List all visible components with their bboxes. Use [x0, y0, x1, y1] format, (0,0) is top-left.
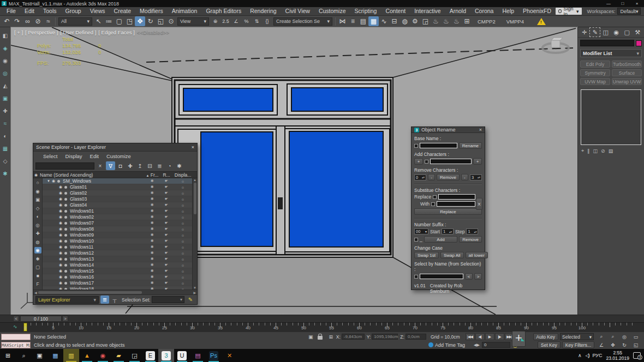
tab-hierarchy[interactable]: ◫	[601, 28, 611, 37]
previous-key-button[interactable]: <	[13, 316, 19, 322]
maxscript-listener-label[interactable]: MAXScript Mi	[1, 342, 31, 348]
material-editor-icon[interactable]: ◍	[399, 16, 410, 26]
grids-icon[interactable]: ▦	[2, 144, 9, 152]
display-toggle-icon[interactable]: ☼	[174, 227, 192, 231]
zoom-extents-icon[interactable]: ◎	[619, 333, 630, 340]
start-button[interactable]: ⊞	[0, 349, 16, 362]
spinner-snap-icon[interactable]: ⇅	[252, 16, 262, 26]
freeze-toggle-icon[interactable]: ✱	[145, 215, 159, 219]
filter-groups-icon[interactable]: ▢	[34, 264, 41, 270]
undo-icon[interactable]: ↶	[2, 16, 12, 26]
modifier-button[interactable]: Surface	[612, 69, 642, 76]
remove-last-spinner[interactable]: 3▴▾	[470, 174, 482, 180]
go-to-start-icon[interactable]: |◀◀	[466, 333, 475, 340]
object-row[interactable]: ▼ ◉ Windows02 ✱ ☛ ☼	[43, 214, 192, 220]
freeze-filter-icon[interactable]: ✱	[175, 161, 184, 170]
freeze-toggle-icon[interactable]: ✱	[145, 197, 159, 201]
key-selection-dropdown[interactable]: Selected ▾	[560, 333, 594, 340]
select-and-place-icon[interactable]: ⊙	[166, 16, 176, 26]
selection-filter-dropdown[interactable]: All ▾	[58, 17, 92, 26]
menu-item[interactable]: Group	[61, 7, 86, 15]
render-toggle-icon[interactable]: ☛	[159, 257, 174, 261]
play-icon[interactable]: ▶	[485, 333, 494, 340]
clock[interactable]: 2:55 23.01.2019	[606, 350, 629, 361]
visibility-eye-icon[interactable]: ◉	[59, 215, 64, 219]
expand-caret-icon[interactable]: ▼	[47, 179, 52, 183]
add-to-layer-icon[interactable]: ↥	[135, 161, 145, 170]
next-frame-icon[interactable]: |▶	[495, 333, 504, 340]
rename-button[interactable]: Rename	[459, 142, 482, 149]
freeze-toggle-icon[interactable]: ✱	[145, 179, 159, 183]
app-dark-square[interactable]: ◲	[127, 349, 142, 362]
menu-item[interactable]: Views	[86, 7, 110, 15]
schematic-view-icon[interactable]: ⊟	[389, 16, 399, 26]
edit-selection-set-icon[interactable]: ✎	[186, 295, 195, 304]
underscore-checkbox[interactable]	[414, 238, 418, 242]
swap-first-button[interactable]: Swap 1st	[414, 252, 439, 258]
search-input[interactable]	[35, 162, 94, 170]
delete-layer-icon[interactable]: ⊟	[145, 161, 154, 170]
visibility-eye-icon[interactable]: ◉	[59, 281, 64, 285]
menu-item[interactable]: PhoenixFD	[518, 7, 556, 15]
notification-center-icon[interactable]: 3	[633, 352, 641, 359]
filter-geometry-icon[interactable]: ▣	[34, 196, 41, 203]
time-slider[interactable]: 0 / 100	[20, 316, 62, 322]
isolate-selection-icon[interactable]: ▣	[307, 333, 315, 340]
space-warps-icon[interactable]: ≈	[2, 119, 9, 127]
filter-shapes-icon[interactable]: ◇	[34, 205, 41, 212]
display-toggle-icon[interactable]: ☼	[174, 245, 192, 249]
unlink-selection-icon[interactable]: ⊘	[33, 16, 43, 26]
menu-item[interactable]: Interactive	[410, 7, 445, 15]
visibility-eye-icon[interactable]: ◉	[59, 251, 64, 255]
scene-explorer-menu-item[interactable]: Select	[39, 153, 61, 159]
app-x[interactable]: ✕	[222, 349, 237, 362]
freeze-toggle-icon[interactable]: ✱	[145, 209, 159, 213]
menu-item[interactable]: Animation	[168, 7, 202, 15]
menu-item[interactable]: Tools	[39, 7, 61, 15]
lock-cell-editing-icon[interactable]: ◘	[116, 161, 125, 170]
track-bar[interactable]: ∿ 05101520253035404550556065707580859095…	[0, 322, 644, 331]
visibility-eye-icon[interactable]: ◉	[59, 239, 64, 243]
with-input[interactable]	[437, 201, 475, 207]
previous-frame-icon[interactable]: ◀|	[475, 333, 485, 340]
object-row[interactable]: ▼ ◉ Glass03 ✱ ☛ ☼	[43, 196, 192, 202]
select-and-link-icon[interactable]: ∞	[22, 16, 33, 26]
select-object-icon[interactable]: ↖	[93, 16, 104, 26]
add-characters-input[interactable]	[430, 159, 472, 164]
column-render[interactable]: R...	[159, 172, 174, 178]
visibility-eye-icon[interactable]: ◉	[59, 275, 64, 279]
freeze-toggle-icon[interactable]: ✱	[145, 281, 159, 285]
render-toggle-icon[interactable]: ☛	[159, 251, 174, 255]
replace-input[interactable]	[438, 194, 475, 200]
app-epic-games[interactable]: E	[142, 349, 158, 362]
all-lower-button[interactable]: all lower	[466, 252, 488, 258]
modifier-button[interactable]: UVW Map	[580, 78, 610, 85]
cameras-icon[interactable]: ◎	[2, 69, 9, 77]
display-toggle-icon[interactable]: ☼	[174, 251, 192, 255]
render-toggle-icon[interactable]: ☛	[159, 239, 174, 243]
hide-filter-icon[interactable]: ◔	[165, 161, 174, 170]
rename-dialog-titlebar[interactable]: 3 Object Rename ×	[412, 127, 485, 133]
select-and-move-icon[interactable]: ✥	[135, 16, 145, 26]
scroll-right-icon[interactable]: ▶	[193, 291, 196, 294]
render-toggle-icon[interactable]: ☛	[159, 179, 174, 183]
display-toggle-icon[interactable]: ☼	[174, 203, 192, 207]
add-suffix-button[interactable]: +	[473, 158, 482, 165]
modifier-stack[interactable]	[581, 89, 641, 145]
visibility-eye-icon[interactable]: ◉	[59, 191, 64, 195]
menu-item[interactable]: Rendering	[246, 7, 281, 15]
task-view-button[interactable]: ▣	[32, 349, 47, 362]
tab-modify[interactable]: ✎	[590, 28, 600, 37]
render-toggle-icon[interactable]: ☛	[159, 281, 174, 285]
visibility-eye-icon[interactable]: ◉	[59, 227, 64, 231]
render-toggle-icon[interactable]: ☛	[159, 275, 174, 279]
select-by-name-input[interactable]	[420, 274, 463, 279]
display-toggle-icon[interactable]: ☼	[174, 179, 192, 183]
use-pivot-center-icon[interactable]: ⊕	[210, 16, 220, 26]
filter-selection-icon[interactable]: ◉	[34, 188, 41, 195]
visibility-eye-icon[interactable]: ◉	[59, 269, 64, 273]
display-toggle-icon[interactable]: ☼	[174, 257, 192, 261]
systems-icon[interactable]: ◐	[2, 132, 9, 140]
title-bar[interactable]: 3 MAX_TestHall_v1.1.max - Autodesk 3ds M…	[0, 0, 644, 7]
render-toggle-icon[interactable]: ☛	[159, 185, 174, 189]
